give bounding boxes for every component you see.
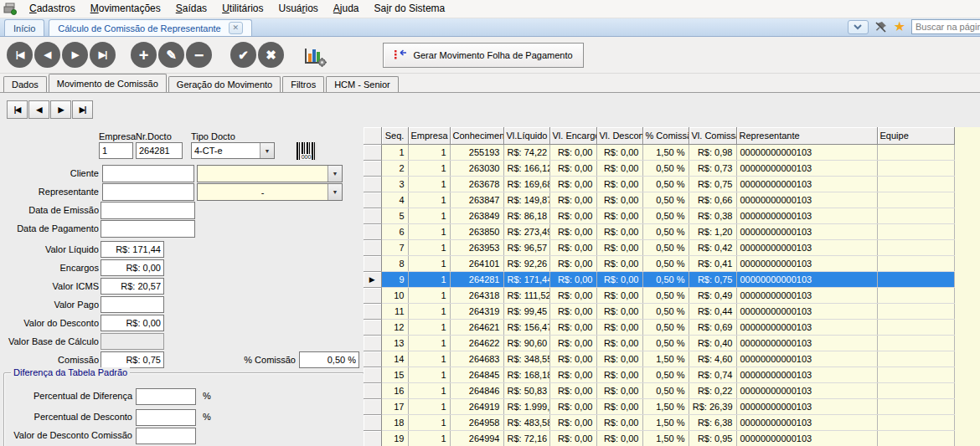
menu-usu-rios[interactable]: Usuários [271,0,325,18]
commission-grid-panel: Seq.EmpresaConhecimentoVl.LíquidoVl. Enc… [364,127,980,446]
menu-movimenta-es[interactable]: Movimentações [83,0,168,18]
tab-movimento-de-comiss-o[interactable]: Movimento de Comissão [49,74,167,92]
table-row[interactable]: 51263849R$: 86,18R$: 0,00R$: 0,000,50 %R… [364,208,954,223]
column-header-vl-encargos[interactable]: Vl. Encargos [549,127,596,144]
column-header-equipe[interactable]: Equipe [877,127,954,144]
table-row[interactable]: 181264958R$: 483,58R$: 0,00R$: 0,001,50 … [364,414,954,430]
table-row[interactable]: 111264319R$: 99,45R$: 0,00R$: 0,000,50 %… [364,303,954,319]
dbnav-last-button[interactable]: ▶| [72,100,93,119]
chart-settings-icon[interactable] [302,43,328,68]
cell-equipe [877,414,954,430]
dbnav-prior-button[interactable]: ◀ [28,100,49,119]
chevron-down-icon[interactable]: ▼ [328,184,342,200]
cliente-combobox[interactable]: ▼ [197,165,343,182]
close-tab-icon[interactable]: ✕ [229,22,243,34]
chevron-down-icon[interactable]: ▼ [328,166,342,182]
table-row[interactable]: 191264994R$: 72,16R$: 0,00R$: 0,001,50 %… [364,430,954,446]
comissao-input[interactable] [101,351,164,368]
unpin-icon[interactable] [874,20,888,33]
cell-empresa: 1 [408,319,450,335]
valor-desconto-input[interactable] [101,315,164,331]
cell-representante: 00000000000103 [736,430,877,446]
column-header-vl-l-quido[interactable]: Vl.Líquido [503,127,549,144]
cancel-button[interactable]: ✖ [258,42,284,68]
table-row[interactable]: 151264845R$: 168,18R$: 0,00R$: 0,000,50 … [364,367,954,382]
encargos-input[interactable] [101,259,164,276]
valor-icms-input[interactable] [101,278,164,295]
valor-liquido-input[interactable] [101,241,164,258]
table-row[interactable]: 171264919R$: 1.999,37R$: 0,00R$: 0,001,5… [364,398,954,414]
post-button[interactable]: ✔ [230,42,256,68]
tab-hcm-senior[interactable]: HCM - Senior [326,76,399,92]
cell-conhecimento: 264319 [450,303,503,319]
delete-button[interactable]: − [186,42,212,68]
nr-docto-input[interactable] [136,142,183,159]
table-row[interactable]: 41263847R$: 149,87R$: 0,00R$: 0,000,50 %… [364,192,954,208]
favorite-star-icon[interactable]: ★ [894,20,905,33]
label-data-emissao: Data de Emissão [0,205,99,215]
valor-desconto-comissao-input[interactable] [136,428,196,444]
data-pagamento-input[interactable] [101,220,195,238]
table-row[interactable]: 131264622R$: 90,60R$: 0,00R$: 0,000,50 %… [364,335,954,351]
generate-payroll-movement-button[interactable]: Gerar Movimento Folha de Pagamento [383,43,584,68]
last-icon: ▶| [99,49,107,60]
table-row[interactable]: 101264318R$: 111,52R$: 0,00R$: 0,000,50 … [364,287,954,303]
table-row[interactable]: 31263678R$: 169,68R$: 0,00R$: 0,000,50 %… [364,176,954,192]
menu-sair-do-sistema[interactable]: Sair do Sistema [367,0,453,18]
table-row[interactable]: 11255193R$: 74,22R$: 0,00R$: 0,001,50 %R… [364,144,954,160]
tipo-docto-combobox[interactable]: 4-CT-e ▼ [191,142,275,159]
barcode-icon[interactable]: 000 [295,141,317,161]
dbnav-first-button[interactable]: |◀ [7,100,28,119]
menu-cadastros[interactable]: Cadastros [22,0,83,18]
insert-button[interactable]: + [131,42,157,68]
column-header-empresa[interactable]: Empresa [408,127,450,144]
cliente-code-input[interactable] [102,165,194,182]
table-row[interactable]: 121264621R$: 156,47R$: 0,00R$: 0,000,50 … [364,319,954,335]
cell-conhecimento: 264622 [450,335,503,351]
column-header-vl-desconto[interactable]: Vl. Desconto [596,127,642,144]
tab-gera-o-do-movimento[interactable]: Geração do Movimento [168,76,281,92]
pct-desconto-input[interactable] [136,409,196,426]
table-row[interactable]: 71263953R$: 96,57R$: 0,00R$: 0,000,50 %R… [364,239,954,255]
column-header-comiss-o[interactable]: % Comissão [642,127,689,144]
next-button[interactable]: ▶ [62,42,88,68]
menu-utilit-rios[interactable]: Utilitários [214,0,271,18]
representante-combobox[interactable]: - ▼ [197,183,343,201]
tab-overflow-button[interactable] [848,20,869,34]
table-row[interactable]: 141264683R$: 348,55R$: 0,00R$: 0,001,50 … [364,351,954,367]
cell-empresa: 1 [408,271,450,287]
tab-calculo-comissao[interactable]: Cálculo de Comissão de Representante ✕ [49,19,251,36]
tab-dados[interactable]: Dados [3,76,47,92]
cell-seq: 16 [381,382,408,398]
table-row[interactable]: ▶91264281R$: 171,44R$: 0,00R$: 0,000,50 … [364,271,954,287]
prior-button[interactable]: ◀ [34,42,60,68]
menu-ajuda[interactable]: Ajuda [326,0,367,18]
representante-code-input[interactable] [102,183,194,201]
tab-filtros[interactable]: Filtros [282,76,324,92]
valor-pago-input[interactable] [101,296,164,313]
cell-vl-l-quido: R$: 74,22 [503,144,549,160]
column-header-conhecimento[interactable]: Conhecimento [450,127,503,144]
menu-sa-das[interactable]: Saídas [168,0,214,18]
table-row[interactable]: 21263030R$: 166,12R$: 0,00R$: 0,000,50 %… [364,160,954,176]
chevron-down-icon[interactable]: ▼ [260,143,274,158]
table-row[interactable]: 61263850R$: 273,49R$: 0,00R$: 0,000,50 %… [364,223,954,239]
cell-seq: 14 [381,351,408,367]
column-header-seq[interactable]: Seq. [381,127,408,144]
table-row[interactable]: 161264846R$: 50,83R$: 0,00R$: 0,000,50 %… [364,382,954,398]
first-button[interactable]: |◀ [7,42,33,68]
cell-conhecimento: 263850 [450,223,503,239]
search-input[interactable] [911,19,980,34]
empresa-input[interactable] [99,142,133,159]
column-header-representante[interactable]: Representante [736,127,877,144]
data-emissao-input[interactable] [101,202,195,219]
tab-inicio[interactable]: Início [4,19,44,36]
cell-vl-l-quido: R$: 273,49 [503,223,549,239]
pct-diferenca-input[interactable] [136,388,196,405]
edit-button[interactable]: ✎ [158,42,184,68]
dbnav-next-button[interactable]: ▶ [50,100,71,119]
pct-comissao-input[interactable] [299,351,359,368]
table-row[interactable]: 81264101R$: 92,26R$: 0,00R$: 0,000,50 %R… [364,255,954,271]
last-button[interactable]: ▶| [90,42,116,68]
column-header-vl-comiss-o[interactable]: Vl. Comissão [689,127,736,144]
